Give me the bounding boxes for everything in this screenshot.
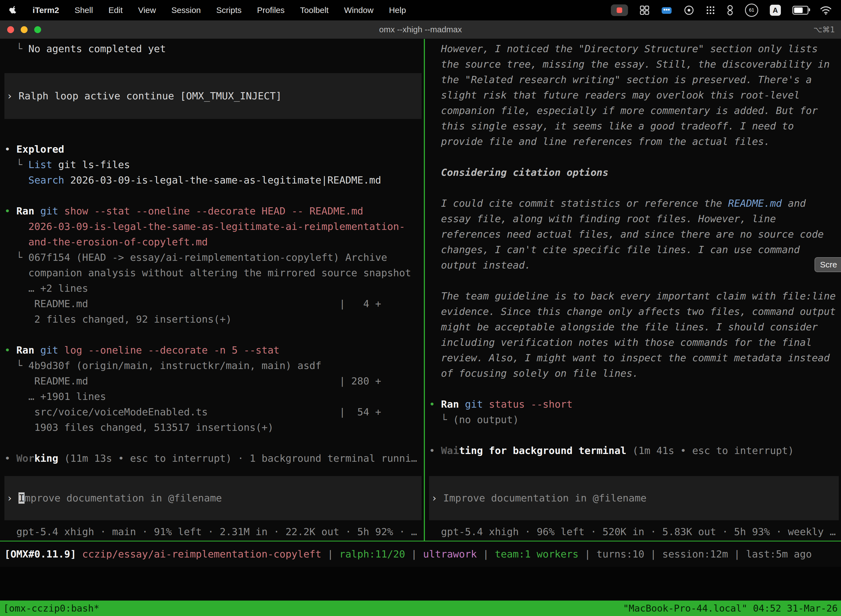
terminal-line: Considering citation options xyxy=(429,165,839,180)
menu-view[interactable]: View xyxy=(138,6,156,15)
team-counter: team:1 workers xyxy=(495,549,578,560)
text-segment: git xyxy=(40,345,58,356)
menu-iterm2[interactable]: iTerm2 xyxy=(32,6,59,15)
text-segment: essay file, along with finding root file… xyxy=(429,213,776,224)
text-segment: companion analysis without altering the … xyxy=(4,267,411,279)
text-segment: • xyxy=(4,205,16,217)
apple-icon[interactable] xyxy=(9,6,17,15)
session-status-line: gpt-5.4 xhigh · main · 91% left · 2.31M … xyxy=(4,524,422,540)
text-segment: might be acceptable alongside the file l… xyxy=(429,321,818,333)
left-terminal-pane[interactable]: └ No agents completed yet› Ralph loop ac… xyxy=(0,39,424,541)
docker-icon[interactable] xyxy=(661,4,672,16)
tooltip-text: Scre xyxy=(820,260,837,269)
right-terminal-pane[interactable]: However, I noticed the "Directory Struct… xyxy=(425,39,841,541)
menu-help[interactable]: Help xyxy=(389,6,406,15)
text-segment: └ xyxy=(4,252,28,263)
menu-profiles[interactable]: Profiles xyxy=(257,6,284,15)
text-segment: … +2 lines xyxy=(4,283,88,294)
terminal-line: essay file, along with finding root file… xyxy=(429,211,839,227)
text-segment: I could cite commit statistics or refere… xyxy=(429,198,728,209)
left-prompt-input[interactable]: › Improve documentation in @filename xyxy=(4,476,422,520)
text-segment: slight risk that future readers may over… xyxy=(429,89,800,101)
terminal-line: • Working (11m 13s • esc to interrupt) ·… xyxy=(4,451,422,466)
terminal-line: 2 files changed, 92 insertions(+) xyxy=(4,312,422,327)
text-segment: README.md | 280 + xyxy=(4,375,381,387)
text-segment xyxy=(58,453,64,464)
terminal-line xyxy=(429,381,839,397)
text-segment: › xyxy=(7,90,19,101)
text-segment: Wai xyxy=(441,445,459,456)
text-segment: └ xyxy=(4,360,28,371)
screen-share-tooltip[interactable]: Scre xyxy=(815,257,841,272)
window-grid-icon[interactable] xyxy=(640,4,649,16)
text-segment: • xyxy=(4,144,16,155)
terminal-line: The team guideline is to back every impo… xyxy=(429,288,839,304)
terminal-line: └ (no output) xyxy=(429,412,839,427)
window-titlebar[interactable]: omx --xhigh --madmax ⌥⌘1 xyxy=(0,21,841,39)
screen-recording-indicator-icon[interactable] xyxy=(611,4,628,16)
menu-shell[interactable]: Shell xyxy=(75,6,93,15)
inject-banner: › Ralph loop active continue [OMX_TMUX_I… xyxy=(4,73,422,119)
text-segment: | xyxy=(405,549,423,560)
text-segment: Improve documentation in @filename xyxy=(443,492,646,504)
apps-grid-icon[interactable] xyxy=(706,4,715,16)
text-segment: 1903 files changed, 513517 insertions(+) xyxy=(4,422,273,433)
text-segment: 2026-03-09-is-legal-the-same-as-legitima… xyxy=(64,175,381,186)
terminal-line: changes, I can't cite specific file line… xyxy=(429,242,839,258)
session-status-line: gpt-5.4 xhigh · 96% left · 520K in · 5.8… xyxy=(429,524,839,540)
menu-window[interactable]: Window xyxy=(344,6,374,15)
close-window-button[interactable] xyxy=(7,26,14,33)
omx-status-line: [OMX#0.11.9] cczip/essay/ai-reimplementa… xyxy=(4,541,812,567)
text-segment: └ xyxy=(429,414,453,425)
window-shortcut-badge: ⌥⌘1 xyxy=(813,25,841,34)
terminal-line: └ 067f154 (HEAD -> essay/ai-reimplementa… xyxy=(4,250,422,265)
left-pane-output: └ No agents completed yet› Ralph loop ac… xyxy=(4,41,422,466)
text-segment: the "Related research writing" section i… xyxy=(429,74,812,85)
text-segment: … +1901 lines xyxy=(4,391,106,402)
terminal-line: of focusing solely on file lines. xyxy=(429,366,839,381)
figure-eight-icon[interactable] xyxy=(727,4,733,16)
prompt-input-line: › Improve documentation in @filename xyxy=(431,476,839,520)
battery-gauge-icon[interactable]: 61 xyxy=(745,4,758,17)
text-segment: (no output) xyxy=(453,414,519,425)
last-activity: last:5m ago xyxy=(746,549,812,560)
terminal-line: └ 4b9d30f (origin/main, instructkr/main,… xyxy=(4,358,422,373)
menu-edit[interactable]: Edit xyxy=(108,6,123,15)
window-title: omx --xhigh --madmax xyxy=(0,25,841,34)
text-segment: 2 files changed, 92 insertions(+) xyxy=(4,314,232,325)
text-segment: Ran xyxy=(16,345,34,356)
turns-counter: turns:10 xyxy=(596,549,644,560)
zoom-window-button[interactable] xyxy=(34,26,41,33)
text-segment: this single essay, it seems like a good … xyxy=(429,120,794,132)
terminal-line: companion file, especially if more comme… xyxy=(429,103,839,119)
chatgpt-icon[interactable] xyxy=(684,4,694,16)
terminal-line: slight risk that future readers may over… xyxy=(429,88,839,103)
right-prompt-input[interactable]: › Improve documentation in @filename xyxy=(429,476,839,520)
text-segment xyxy=(4,175,28,186)
wifi-icon[interactable] xyxy=(820,4,832,16)
macos-menubar: iTerm2ShellEditViewSessionScriptsProfile… xyxy=(0,0,841,21)
text-segment: However, I noticed the "Directory Struct… xyxy=(429,43,818,54)
menu-session[interactable]: Session xyxy=(171,6,201,15)
minimize-window-button[interactable] xyxy=(21,26,28,33)
input-source-icon[interactable]: A xyxy=(770,5,781,16)
menu-toolbelt[interactable]: Toolbelt xyxy=(300,6,329,15)
text-segment: output instead. xyxy=(429,260,530,271)
text-segment: › xyxy=(431,492,443,504)
terminal-line: • Explored xyxy=(4,142,422,157)
menu-scripts[interactable]: Scripts xyxy=(216,6,242,15)
text-segment: | xyxy=(579,549,596,560)
battery-icon[interactable] xyxy=(793,4,809,16)
terminal-line: However, I noticed the "Directory Struct… xyxy=(429,41,839,57)
text-segment: log --oneline --decorate -n 5 --stat xyxy=(58,345,280,356)
stop-recording-icon xyxy=(617,7,622,13)
text-cursor: I xyxy=(19,492,25,504)
menubar-status-area: 61 A xyxy=(611,4,832,17)
terminal-line: 1903 files changed, 513517 insertions(+) xyxy=(4,420,422,435)
text-segment: (1m 41s • esc to interrupt) xyxy=(632,445,794,456)
terminal-line xyxy=(429,427,839,443)
traffic-lights xyxy=(0,26,41,33)
right-session-status: gpt-5.4 xhigh · 96% left · 520K in · 5.8… xyxy=(429,524,839,541)
text-segment: README.md xyxy=(728,198,782,209)
text-segment: | xyxy=(321,549,339,560)
